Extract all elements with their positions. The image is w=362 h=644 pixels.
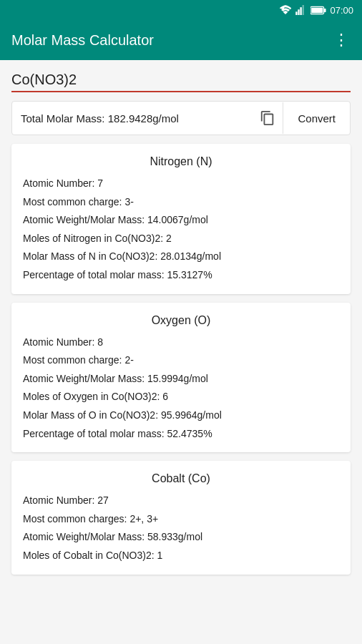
element-row-1-1: Most common charge: 2-	[23, 353, 339, 368]
copy-icon	[260, 110, 275, 126]
element-row-0-2: Atomic Weight/Molar Mass: 14.0067g/mol	[23, 213, 339, 228]
more-options-icon[interactable]: ⋮	[333, 31, 351, 49]
element-row-1-3: Moles of Oxygen in Co(NO3)2: 6	[23, 390, 339, 404]
element-row-1-0: Atomic Number: 8	[23, 336, 339, 350]
element-card-1: Oxygen (O)Atomic Number: 8Most common ch…	[11, 303, 351, 453]
element-card-0: Nitrogen (N)Atomic Number: 7Most common …	[11, 144, 351, 294]
element-row-1-4: Molar Mass of O in Co(NO3)2: 95.9964g/mo…	[23, 409, 339, 423]
svg-rect-0	[296, 11, 298, 15]
app-bar: Molar Mass Calculator ⋮	[0, 20, 362, 60]
status-bar: 07:00	[0, 0, 362, 20]
svg-rect-2	[300, 7, 302, 15]
battery-icon	[310, 6, 326, 15]
convert-button[interactable]: Convert	[283, 102, 350, 134]
element-title-1: Oxygen (O)	[23, 314, 339, 327]
signal-icon	[295, 5, 307, 15]
element-row-2-0: Atomic Number: 27	[23, 494, 339, 508]
copy-button[interactable]	[252, 102, 283, 134]
svg-rect-5	[324, 8, 326, 11]
main-content: Total Molar Mass: 182.9428g/mol Convert …	[0, 60, 362, 592]
formula-input[interactable]	[11, 69, 351, 92]
element-row-0-5: Percentage of total molar mass: 15.3127%	[23, 268, 339, 283]
formula-input-container	[11, 69, 351, 92]
molar-mass-result: Total Molar Mass: 182.9428g/mol	[12, 112, 252, 125]
element-row-2-3: Moles of Cobalt in Co(NO3)2: 1	[23, 549, 339, 563]
element-row-2-1: Most common charges: 2+, 3+	[23, 512, 339, 527]
wifi-icon	[279, 5, 292, 15]
element-row-0-0: Atomic Number: 7	[23, 177, 339, 191]
element-title-0: Nitrogen (N)	[23, 155, 339, 168]
element-title-2: Cobalt (Co)	[23, 472, 339, 485]
result-bar: Total Molar Mass: 182.9428g/mol Convert	[11, 101, 351, 135]
element-row-1-2: Atomic Weight/Molar Mass: 15.9994g/mol	[23, 372, 339, 386]
svg-rect-6	[312, 7, 323, 13]
element-row-0-1: Most common charge: 3-	[23, 195, 339, 210]
element-cards-container: Nitrogen (N)Atomic Number: 7Most common …	[11, 144, 351, 575]
status-time: 07:00	[330, 5, 353, 16]
element-row-0-3: Moles of Nitrogen in Co(NO3)2: 2	[23, 232, 339, 246]
svg-rect-3	[303, 5, 304, 15]
element-row-2-2: Atomic Weight/Molar Mass: 58.933g/mol	[23, 530, 339, 545]
app-title: Molar Mass Calculator	[11, 32, 154, 49]
status-icons: 07:00	[279, 5, 353, 16]
svg-rect-1	[298, 9, 300, 15]
element-row-1-5: Percentage of total molar mass: 52.4735%	[23, 427, 339, 441]
element-row-0-4: Molar Mass of N in Co(NO3)2: 28.0134g/mo…	[23, 250, 339, 264]
element-card-2: Cobalt (Co)Atomic Number: 27Most common …	[11, 461, 351, 574]
